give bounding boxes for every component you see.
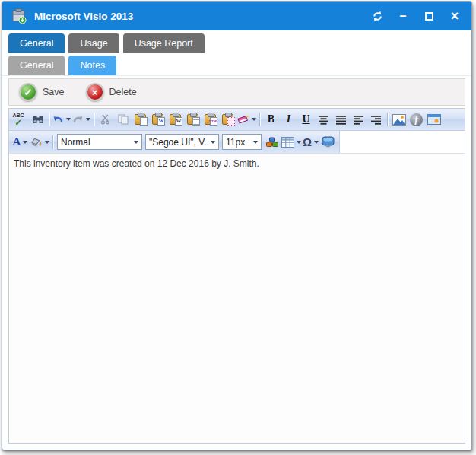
copy-icon [118,114,129,125]
cut-button[interactable] [97,111,114,128]
format-stripper-button[interactable] [236,111,257,128]
align-left-button[interactable] [350,111,367,128]
table-dropdown-arrow [297,141,301,144]
redo-icon [72,115,84,125]
window-title: Microsoft Visio 2013 [34,11,367,22]
align-right-button[interactable] [367,111,385,128]
maximize-icon [425,12,433,21]
tab-usage[interactable]: Usage [68,33,119,53]
align-center-button[interactable] [315,111,332,128]
undo-icon [52,115,64,125]
separator [259,113,260,126]
image-icon [392,114,406,126]
font-size-select[interactable]: 11px [222,134,262,150]
subtab-general[interactable]: General [8,56,65,75]
delete-x-icon: × [86,83,104,101]
align-right-icon [370,115,382,125]
undo-dropdown-arrow [66,118,71,121]
command-bar: ✓ Save × Delete [8,78,465,106]
omega-icon: Ω [303,136,312,148]
paste-from-word-nostyles-icon: W [170,114,181,125]
notes-content-area[interactable]: This inventory item was created on 12 De… [9,154,465,443]
subtab-notes[interactable]: Notes [68,56,116,75]
app-icon [11,8,27,24]
font-color-dropdown-arrow [23,141,27,144]
justify-button[interactable] [332,111,350,128]
close-button[interactable]: × [444,6,465,26]
editor-toolbar-row2: A Normal [9,131,340,153]
tab-usage-report[interactable]: Usage Report [123,33,205,53]
separator [94,113,94,126]
separator [49,113,49,126]
media-window-icon [427,114,441,125]
insert-media-button[interactable] [425,111,443,128]
refresh-button[interactable] [367,6,388,26]
notes-text: This inventory item was created on 12 De… [14,158,259,169]
app-window: Microsoft Visio 2013 – × General Usage U… [2,1,472,450]
paragraph-style-dropdown-arrow [134,141,138,144]
scissors-icon [100,114,110,125]
secondary-tab-strip: General Notes [2,53,471,76]
underline-icon: U [302,113,309,126]
save-label: Save [43,87,65,97]
italic-icon: I [287,113,290,126]
symbol-dropdown-arrow [314,141,319,144]
paste-as-html-button[interactable]: HTML [202,111,219,128]
paste-button[interactable] [132,111,149,128]
paint-bucket-icon [30,137,43,148]
paste-html-button[interactable] [219,111,236,128]
format-stripper-dropdown-arrow [252,118,256,121]
format-stripper-icon [237,114,249,125]
title-bar: Microsoft Visio 2013 – × [2,2,471,30]
editor-toolbar-row2-wrap: A Normal [9,131,465,154]
paste-plain-text-icon [187,114,198,125]
delete-label: Delete [109,87,137,97]
justify-icon [335,115,347,125]
save-check-icon: ✓ [19,83,37,101]
italic-button[interactable]: I [280,111,297,128]
paste-icon [135,114,146,125]
binoculars-icon [32,114,44,125]
font-family-dropdown-arrow [211,141,215,144]
tab-general[interactable]: General [8,33,65,53]
maximize-button[interactable] [418,6,440,26]
paragraph-style-select[interactable]: Normal [57,134,142,150]
font-color-button[interactable]: A [11,134,29,151]
undo-button[interactable] [52,111,71,128]
separator [387,113,388,126]
media-screen-button[interactable] [319,134,337,151]
paste-plain-text-button[interactable] [184,111,202,128]
background-color-button[interactable] [29,134,50,151]
find-button[interactable] [29,111,46,128]
bold-icon: B [268,113,274,126]
align-left-icon [353,115,364,125]
insert-symbol-button[interactable]: Ω [302,134,319,151]
paste-from-word-button[interactable]: W [149,111,167,128]
spellcheck-button[interactable]: ABC ✓ [11,111,29,128]
bold-button[interactable]: B [262,111,280,128]
redo-dropdown-arrow [86,118,90,121]
insert-table-button[interactable] [281,134,302,151]
refresh-icon [371,10,384,23]
delete-button[interactable]: × Delete [86,83,137,101]
primary-tab-strip: General Usage Usage Report [2,30,471,53]
paste-html-icon [222,114,233,125]
blocks-icon [265,137,279,148]
insert-flash-button[interactable]: f [408,111,425,128]
font-family-select[interactable]: "Segoe UI", V... [145,134,219,150]
redo-button[interactable] [71,111,91,128]
underline-button[interactable]: U [297,111,315,128]
flash-icon: f [410,113,423,126]
align-center-icon [318,115,329,125]
save-button[interactable]: ✓ Save [19,83,65,101]
paste-from-word-icon: W [152,114,163,125]
rich-text-editor: ABC ✓ [8,108,465,444]
minimize-button[interactable]: – [392,6,414,26]
module-manager-button[interactable] [263,134,281,151]
window-controls: – × [367,6,465,26]
insert-image-button[interactable] [390,111,408,128]
paste-as-html-icon: HTML [205,114,216,125]
paste-from-word-nostyles-button[interactable]: W [167,111,184,128]
separator [52,135,53,149]
copy-button[interactable] [114,111,132,128]
